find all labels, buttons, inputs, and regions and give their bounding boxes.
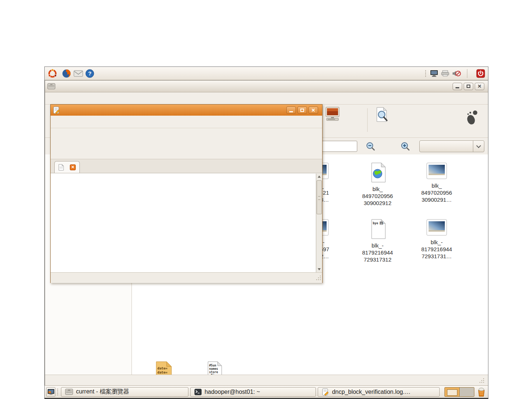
resize-grip[interactable]: [479, 378, 485, 383]
document-tab[interactable]: ✕: [54, 161, 80, 173]
image-file-icon: [426, 163, 447, 179]
filemanager-icon: [65, 389, 73, 395]
gnome-foot-icon: [466, 110, 479, 125]
editor-scrollbar[interactable]: [316, 174, 322, 272]
panel-divider: [467, 69, 467, 78]
show-desktop-button[interactable]: [46, 387, 55, 397]
taskbar-button-1[interactable]: current - 檔案瀏覽器: [61, 387, 188, 397]
maximize-button[interactable]: [297, 106, 307, 114]
toolbar-separator: [367, 108, 368, 132]
maximize-button[interactable]: [464, 83, 473, 90]
search-button[interactable]: [373, 107, 389, 124]
editor-text-area[interactable]: [51, 173, 322, 272]
text-file-icon: bye : [369, 219, 386, 239]
mail-icon[interactable]: [74, 70, 83, 77]
taskbar-button-label: current - 檔案瀏覽器: [76, 388, 129, 396]
file-label: blk_849702095630900291…: [407, 182, 466, 203]
file-item[interactable]: date= date= date=dncp_block_verification…: [137, 361, 188, 375]
minimize-button[interactable]: [453, 83, 462, 90]
editor-statusbar: [51, 272, 322, 283]
taskbar-handle[interactable]: [57, 389, 59, 395]
files-bottom: date= date= date=dncp_block_verification…: [137, 361, 239, 375]
scroll-down-icon[interactable]: [316, 266, 322, 272]
desktop-screenshot: ?: [44, 66, 488, 399]
terminal-icon: [194, 389, 202, 395]
image-file-icon: [426, 219, 447, 236]
file-browser-statusbar: [45, 375, 488, 386]
firefox-icon[interactable]: [62, 69, 71, 78]
view-mode-dropdown[interactable]: [419, 140, 484, 152]
taskbar-button-label: hadooper@host01: ~: [205, 389, 260, 395]
file-item[interactable]: blk_8497020956309002912: [348, 163, 407, 207]
close-button[interactable]: ✕: [475, 83, 484, 90]
file-label: blk_8497020956309002912: [348, 185, 407, 207]
view-mode-chevron[interactable]: [473, 141, 484, 152]
svg-text:?: ?: [88, 70, 91, 76]
editor-window: ✕ ✕: [50, 104, 323, 283]
editor-titlebar[interactable]: ✕: [51, 105, 322, 116]
scroll-up-icon[interactable]: [316, 174, 322, 180]
trash-icon[interactable]: [476, 387, 487, 397]
power-icon[interactable]: [476, 69, 485, 78]
file-item[interactable]: #Sun names store cTimeVERSION: [188, 361, 239, 375]
file-preview-text: #Sun names store cTime: [209, 364, 218, 375]
file-item[interactable]: blk_849702095630900291…: [407, 163, 466, 207]
file-preview-text: date= date= date=: [157, 366, 167, 375]
display-icon[interactable]: [430, 70, 438, 77]
log-file-icon: date= date= date=: [154, 361, 172, 375]
zoom-out-icon[interactable]: [366, 141, 375, 151]
file-preview-text: bye : [373, 222, 383, 225]
zoom-in-icon[interactable]: [400, 141, 410, 151]
version-file-icon: #Sun names store cTime: [206, 361, 222, 375]
workspace-switcher[interactable]: [444, 387, 474, 397]
gedit-icon: [53, 106, 60, 114]
file-item[interactable]: bye blk_-8179216944729317312: [348, 219, 407, 263]
globe-file-icon: [369, 163, 386, 183]
editor-toolbar: [51, 128, 322, 159]
resize-grip[interactable]: [316, 275, 321, 281]
document-icon: [58, 164, 64, 171]
slide: ?: [0, 0, 532, 399]
taskbar-button-label: dncp_block_verification.log.…: [332, 389, 411, 395]
gnome-top-panel: ?: [45, 67, 488, 80]
tab-close-icon[interactable]: ✕: [70, 164, 76, 170]
gedit-icon: [322, 388, 329, 396]
file-manager-icon: [47, 83, 55, 89]
editor-tabrow: ✕: [51, 159, 322, 173]
file-item[interactable]: blk_-817921694472931731…: [407, 219, 466, 263]
panel-handle[interactable]: [425, 70, 427, 77]
computer-icon: [323, 107, 342, 123]
computer-button[interactable]: [323, 107, 342, 124]
taskbar-button-3[interactable]: dncp_block_verification.log.…: [318, 387, 440, 397]
close-button[interactable]: ✕: [308, 106, 318, 114]
taskbar-button-2[interactable]: hadooper@host01: ~: [190, 387, 316, 397]
editor-menubar: [51, 116, 322, 128]
printer-icon[interactable]: [441, 70, 449, 76]
bottom-taskbar: current - 檔案瀏覽器hadooper@host01: ~dncp_bl…: [45, 385, 488, 398]
help-icon[interactable]: ?: [85, 69, 94, 78]
file-label: blk_-8179216944729317312: [348, 242, 407, 263]
volume-muted-icon[interactable]: [452, 70, 461, 77]
search-icon: [373, 107, 389, 123]
ubuntu-logo-icon[interactable]: [48, 69, 57, 78]
chevron-down-icon: [476, 143, 481, 148]
minimize-button[interactable]: [286, 106, 296, 114]
workspace-1[interactable]: [445, 388, 460, 396]
workspace-2[interactable]: [459, 388, 474, 396]
file-label: blk_-817921694472931731…: [407, 239, 466, 260]
file-browser-titlebar[interactable]: ✕: [45, 81, 488, 92]
scrollbar-thumb[interactable]: [317, 180, 322, 214]
file-browser-menubar: [45, 92, 488, 105]
